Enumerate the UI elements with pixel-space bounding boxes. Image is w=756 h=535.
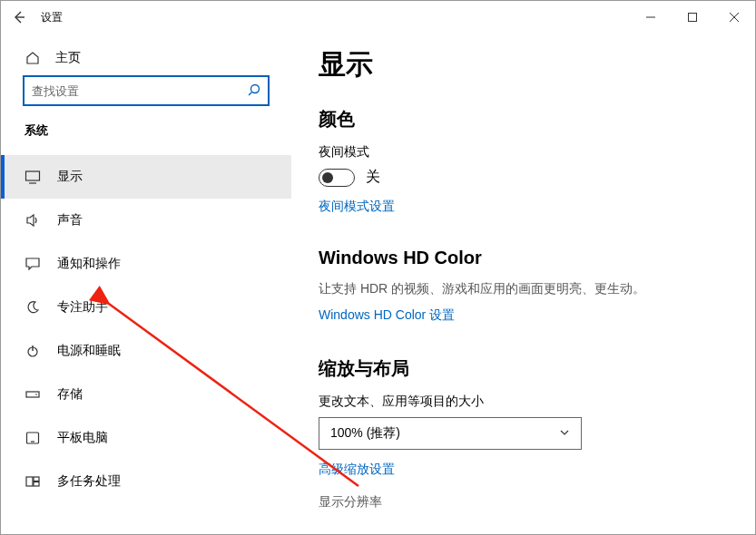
section-color-heading: 颜色 xyxy=(319,107,728,131)
sidebar-item-storage[interactable]: 存储 xyxy=(1,373,291,416)
svg-rect-16 xyxy=(34,477,39,482)
sidebar-item-multitask[interactable]: 多任务处理 xyxy=(1,460,291,503)
sidebar-item-label: 通知和操作 xyxy=(57,256,121,272)
night-mode-label: 夜间模式 xyxy=(319,144,728,160)
sidebar-item-focus[interactable]: 专注助手 xyxy=(1,286,291,329)
svg-rect-15 xyxy=(26,477,33,486)
monitor-icon xyxy=(25,169,41,185)
night-mode-state: 关 xyxy=(366,168,380,187)
speaker-icon xyxy=(25,212,41,229)
home-icon xyxy=(25,50,41,66)
sidebar: 主页 系统 显示 xyxy=(1,34,291,534)
night-mode-settings-link[interactable]: 夜间模式设置 xyxy=(319,199,395,215)
section-scale-heading: 缩放与布局 xyxy=(319,356,728,381)
content-pane: 显示 颜色 夜间模式 关 夜间模式设置 Windows HD Color 让支持… xyxy=(291,34,755,534)
drive-icon xyxy=(25,386,41,403)
title-bar: 设置 xyxy=(1,1,755,34)
sidebar-item-label: 电源和睡眠 xyxy=(57,343,121,359)
sidebar-item-label: 声音 xyxy=(57,212,83,229)
search-box[interactable] xyxy=(23,75,270,106)
home-link[interactable]: 主页 xyxy=(1,43,291,75)
minimize-button[interactable] xyxy=(630,4,672,31)
svg-point-5 xyxy=(251,84,260,92)
sidebar-item-sound[interactable]: 声音 xyxy=(1,199,291,242)
main-area: 主页 系统 显示 xyxy=(1,34,755,534)
back-button[interactable] xyxy=(10,8,28,26)
scale-label: 更改文本、应用等项目的大小 xyxy=(319,394,728,410)
sidebar-item-label: 专注助手 xyxy=(57,299,108,316)
window-controls xyxy=(630,4,755,31)
search-box-wrap xyxy=(1,75,291,122)
scale-value: 100% (推荐) xyxy=(330,425,400,442)
svg-rect-11 xyxy=(26,392,39,397)
svg-rect-7 xyxy=(26,171,40,180)
sidebar-group-label: 系统 xyxy=(1,122,291,155)
scale-select[interactable]: 100% (推荐) xyxy=(319,417,582,450)
close-button[interactable] xyxy=(713,4,755,31)
sidebar-item-label: 显示 xyxy=(57,169,83,185)
night-mode-row: 关 xyxy=(319,168,728,187)
page-title: 显示 xyxy=(319,46,728,83)
svg-point-12 xyxy=(35,394,37,395)
sidebar-item-notifications[interactable]: 通知和操作 xyxy=(1,242,291,286)
section-hd-heading: Windows HD Color xyxy=(319,248,728,268)
hd-color-settings-link[interactable]: Windows HD Color 设置 xyxy=(319,307,455,324)
power-icon xyxy=(25,343,41,359)
sidebar-item-display[interactable]: 显示 xyxy=(1,155,291,199)
chevron-down-icon xyxy=(559,427,570,441)
moon-icon xyxy=(25,299,41,316)
sidebar-item-label: 平板电脑 xyxy=(57,430,108,446)
search-input[interactable] xyxy=(32,84,248,98)
resolution-label-partial: 显示分辨率 xyxy=(319,494,728,511)
night-mode-toggle[interactable] xyxy=(319,169,355,187)
tablet-icon xyxy=(25,430,41,446)
chat-icon xyxy=(25,256,41,272)
sidebar-item-label: 存储 xyxy=(57,386,83,403)
sidebar-nav: 显示 声音 通知和操作 xyxy=(1,155,291,503)
sidebar-item-label: 多任务处理 xyxy=(57,473,121,490)
svg-rect-2 xyxy=(689,14,697,22)
sidebar-item-power[interactable]: 电源和睡眠 xyxy=(1,329,291,373)
hd-description: 让支持 HDR 的视频、游戏和应用的画面更明亮、更生动。 xyxy=(319,281,728,297)
title-bar-left: 设置 xyxy=(10,8,63,26)
search-icon xyxy=(248,83,260,99)
settings-window: 设置 主页 xyxy=(0,0,756,535)
multitask-icon xyxy=(25,473,41,490)
svg-line-6 xyxy=(249,92,252,95)
toggle-knob xyxy=(322,172,333,183)
sidebar-item-tablet[interactable]: 平板电脑 xyxy=(1,416,291,460)
window-title: 设置 xyxy=(41,10,63,25)
advanced-scaling-link[interactable]: 高级缩放设置 xyxy=(319,462,395,478)
maximize-button[interactable] xyxy=(672,4,713,31)
home-label: 主页 xyxy=(55,50,81,66)
svg-rect-17 xyxy=(34,482,39,487)
